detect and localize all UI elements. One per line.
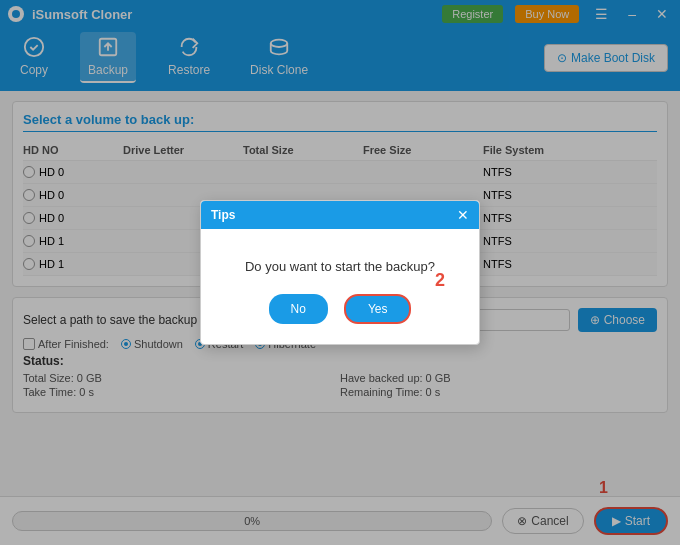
dialog-title: Tips: [211, 208, 235, 222]
dialog-actions: 2 No Yes: [221, 294, 459, 324]
dialog-header: Tips ✕: [201, 201, 479, 229]
dialog-close-button[interactable]: ✕: [457, 207, 469, 223]
tips-dialog: Tips ✕ Do you want to start the backup? …: [200, 200, 480, 345]
dialog-yes-button[interactable]: Yes: [344, 294, 412, 324]
dialog-body: Do you want to start the backup? 2 No Ye…: [201, 229, 479, 344]
dialog-overlay: Tips ✕ Do you want to start the backup? …: [0, 0, 680, 545]
dialog-step-number: 2: [435, 270, 445, 291]
dialog-no-button[interactable]: No: [269, 294, 328, 324]
dialog-message: Do you want to start the backup?: [221, 259, 459, 274]
